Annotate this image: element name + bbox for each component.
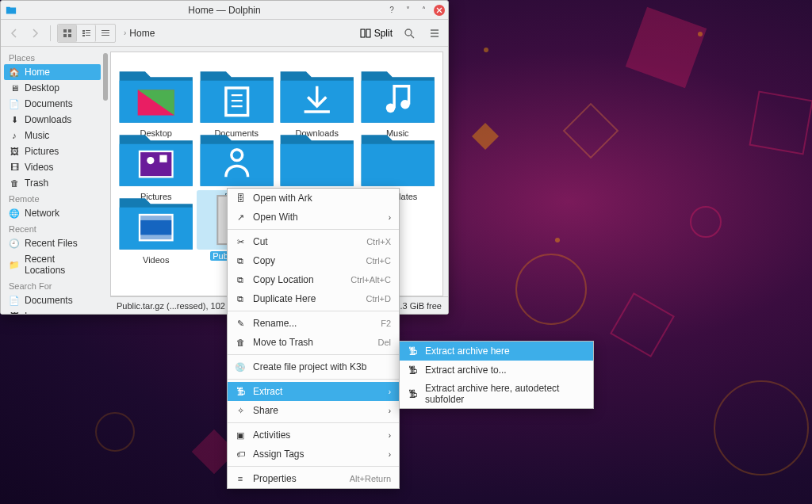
svg-point-20 bbox=[400, 100, 410, 109]
tags-icon: 🏷 bbox=[234, 448, 247, 460]
downloads-icon: ⬇ bbox=[9, 114, 20, 125]
menu-item-properties[interactable]: ≡PropertiesAlt+Return bbox=[228, 469, 399, 488]
menu-item-label: Create file project with K3b bbox=[253, 361, 391, 372]
menu-item-create-file-project-with-k3b[interactable]: 💿Create file project with K3b bbox=[228, 357, 399, 376]
file-item-music[interactable]: Music bbox=[358, 60, 439, 120]
menu-item-share[interactable]: ✧Share› bbox=[228, 401, 399, 420]
sidebar: Places🏠Home🖥Desktop📄Documents⬇Downloads♪… bbox=[1, 47, 101, 314]
menu-item-open-with[interactable]: ↗Open With› bbox=[228, 208, 399, 227]
sidebar-item-music[interactable]: ♪Music bbox=[4, 128, 101, 143]
file-item-documents[interactable]: Documents bbox=[197, 60, 278, 120]
sidebar-item-label: Recent Files bbox=[25, 238, 78, 249]
breadcrumb[interactable]: › Home bbox=[124, 28, 357, 39]
menu-item-assign-tags[interactable]: 🏷Assign Tags› bbox=[228, 445, 399, 464]
menu-item-open-with-ark[interactable]: 🗄Open with Ark bbox=[228, 189, 399, 208]
minimize-button[interactable]: ˅ bbox=[402, 5, 413, 16]
menu-item-activities[interactable]: ▣Activities› bbox=[228, 426, 399, 445]
menu-item-label: Share bbox=[253, 405, 389, 416]
sidebar-item-label: Images bbox=[25, 311, 56, 314]
status-selection: Public.tar.gz (...ressed), 102 B) bbox=[117, 301, 236, 311]
menu-item-label: Assign Tags bbox=[253, 449, 389, 460]
sidebar-item-documents[interactable]: 📄Documents bbox=[4, 96, 101, 112]
file-item-pictures[interactable]: Pictures bbox=[116, 124, 197, 184]
sidebar-item-label: Videos bbox=[25, 162, 53, 173]
menu-item-extract-archive-here-autodetect-subfolder[interactable]: 🗜Extract archive here, autodetect subfol… bbox=[400, 380, 593, 408]
svg-rect-14 bbox=[366, 29, 370, 37]
menu-separator bbox=[228, 229, 399, 230]
menu-item-duplicate-here[interactable]: ⧉Duplicate HereCtrl+D bbox=[228, 289, 399, 308]
sidebar-item-network[interactable]: 🌐Network bbox=[4, 205, 101, 221]
menu-item-label: Cut bbox=[253, 236, 358, 247]
file-item-desktop[interactable]: Desktop bbox=[116, 60, 197, 120]
menu-shortcut: F2 bbox=[381, 319, 391, 328]
menu-shortcut: Ctrl+D bbox=[366, 294, 391, 304]
menu-shortcut: Del bbox=[377, 338, 391, 347]
sidebar-item-desktop[interactable]: 🖥Desktop bbox=[4, 80, 101, 96]
search-button[interactable] bbox=[400, 25, 418, 42]
videos-icon: 🎞 bbox=[9, 162, 20, 173]
details-view-button[interactable] bbox=[96, 25, 115, 42]
menu-button[interactable] bbox=[426, 25, 443, 42]
rename-icon: ✎ bbox=[234, 317, 247, 330]
titlebar[interactable]: Home — Dolphin ? ˅ ˄ bbox=[1, 1, 448, 20]
menu-separator bbox=[228, 311, 399, 311]
compact-view-button[interactable] bbox=[77, 25, 96, 42]
sidebar-item-label: Pictures bbox=[25, 146, 59, 157]
file-item-templates[interactable]: Templates bbox=[358, 124, 439, 184]
split-button[interactable]: Split bbox=[360, 28, 393, 39]
menu-item-move-to-trash[interactable]: 🗑Move to TrashDel bbox=[228, 333, 399, 352]
share-icon: ✧ bbox=[234, 404, 247, 417]
back-button[interactable] bbox=[6, 25, 23, 42]
sidebar-item-home[interactable]: 🏠Home bbox=[4, 64, 101, 80]
file-item-snap[interactable]: snap bbox=[277, 124, 358, 184]
sidebar-item-label: Desktop bbox=[25, 82, 59, 94]
menu-item-label: Copy bbox=[253, 255, 358, 266]
sidebar-item-images[interactable]: 🖼Images bbox=[4, 308, 101, 314]
submenu-arrow-icon: › bbox=[389, 213, 391, 222]
svg-rect-12 bbox=[102, 35, 109, 36]
submenu-arrow-icon: › bbox=[389, 431, 391, 440]
help-button[interactable]: ? bbox=[386, 5, 397, 16]
forward-button[interactable] bbox=[26, 25, 44, 42]
menu-item-extract-archive-to[interactable]: 🗜Extract archive to... bbox=[400, 361, 593, 380]
sidebar-item-trash[interactable]: 🗑Trash bbox=[4, 175, 101, 191]
menu-item-label: Activities bbox=[253, 430, 389, 441]
chevron-right-icon: › bbox=[124, 29, 126, 37]
extract-icon: 🗜 bbox=[406, 345, 419, 357]
svg-rect-7 bbox=[86, 32, 90, 33]
sidebar-item-recent-files[interactable]: 🕘Recent Files bbox=[4, 235, 101, 251]
extract-icon: 🗜 bbox=[406, 388, 419, 400]
split-label: Split bbox=[374, 28, 393, 39]
sidebar-section-title: Places bbox=[4, 50, 101, 64]
maximize-button[interactable]: ˄ bbox=[418, 5, 429, 16]
svg-rect-21 bbox=[140, 151, 173, 177]
file-item-downloads[interactable]: Downloads bbox=[277, 60, 358, 120]
submenu-arrow-icon: › bbox=[389, 450, 391, 459]
menu-item-rename[interactable]: ✎Rename...F2 bbox=[228, 314, 399, 333]
close-button[interactable] bbox=[434, 5, 445, 16]
cut-icon: ✂ bbox=[234, 235, 247, 248]
sidebar-item-downloads[interactable]: ⬇Downloads bbox=[4, 112, 101, 128]
menu-item-extract-archive-here[interactable]: 🗜Extract archive here bbox=[400, 342, 593, 361]
breadcrumb-segment[interactable]: Home bbox=[129, 28, 155, 39]
file-item-public[interactable]: Public bbox=[197, 124, 278, 184]
open-with-icon: ↗ bbox=[234, 211, 247, 223]
menu-item-copy[interactable]: ⧉CopyCtrl+C bbox=[228, 251, 399, 270]
sidebar-item-videos[interactable]: 🎞Videos bbox=[4, 159, 101, 175]
menu-shortcut: Ctrl+C bbox=[366, 256, 391, 265]
menu-shortcut: Alt+Return bbox=[350, 474, 391, 483]
svg-rect-1 bbox=[68, 29, 71, 32]
svg-rect-2 bbox=[63, 34, 67, 37]
sidebar-item-recent-locations[interactable]: 📁Recent Locations bbox=[4, 251, 101, 278]
sidebar-item-pictures[interactable]: 🖼Pictures bbox=[4, 143, 101, 159]
sidebar-scrollbar[interactable] bbox=[101, 47, 110, 314]
file-item-videos[interactable]: Videos bbox=[116, 187, 197, 247]
sidebar-item-documents[interactable]: 📄Documents bbox=[4, 292, 101, 308]
menu-item-extract[interactable]: 🗜Extract› bbox=[228, 382, 399, 401]
sidebar-item-label: Recent Locations bbox=[25, 254, 96, 276]
sidebar-item-label: Trash bbox=[25, 178, 48, 189]
icons-view-button[interactable] bbox=[58, 25, 77, 42]
menu-item-cut[interactable]: ✂CutCtrl+X bbox=[228, 232, 399, 251]
menu-separator bbox=[228, 354, 399, 355]
menu-item-copy-location[interactable]: ⧉Copy LocationCtrl+Alt+C bbox=[228, 270, 399, 289]
